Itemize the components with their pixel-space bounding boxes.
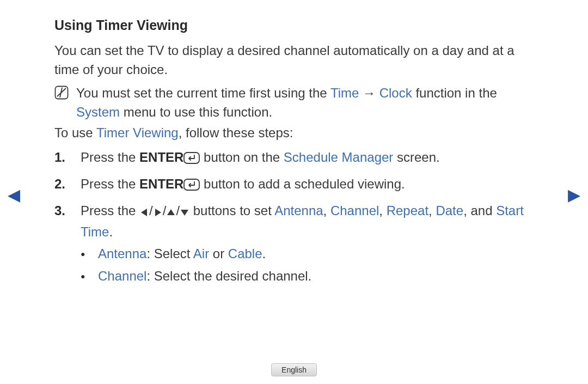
note-icon [54,86,69,105]
svg-marker-6 [155,209,161,216]
steps-list: Press the ENTER button on the Schedule M… [54,148,534,289]
left-icon [139,204,149,223]
step-2: Press the ENTER button to add a schedule… [54,175,534,196]
step-3: Press the /// buttons to set Antenna, Ch… [54,202,534,289]
note-text: You must set the current time first usin… [76,84,534,122]
svg-rect-3 [184,153,199,163]
system-link: System [76,105,120,119]
channel-link: Channel [330,203,379,218]
manual-page: Using Timer Viewing You can set the TV t… [0,0,588,289]
step-1: Press the ENTER button on the Schedule M… [54,148,534,169]
svg-marker-5 [141,209,147,216]
step3-bullets: Antenna: Select Air or Cable. Channel: S… [81,245,534,286]
time-link: Time [330,86,359,100]
svg-marker-7 [167,209,175,215]
repeat-link: Repeat [387,203,428,218]
enter-icon [183,177,200,196]
svg-rect-4 [184,179,199,190]
up-icon [166,204,176,223]
prev-page-arrow[interactable]: ◀ [8,185,20,204]
language-button[interactable]: English [271,363,317,376]
bullet-antenna: Antenna: Select Air or Cable. [81,245,534,264]
to-use-line: To use Timer Viewing, follow these steps… [54,124,534,143]
antenna-link: Antenna [274,203,323,218]
schedule-manager-link: Schedule Manager [284,150,393,164]
svg-marker-8 [181,210,188,216]
bullet-channel: Channel: Select the desired channel. [81,267,534,286]
right-icon [153,204,163,223]
direction-buttons-icon: /// [139,203,189,218]
enter-icon [183,150,200,169]
timer-viewing-link: Timer Viewing [96,125,179,140]
date-link: Date [436,203,463,218]
clock-link: Clock [379,86,412,100]
intro-text: You can set the TV to display a desired … [54,41,534,80]
note-row: You must set the current time first usin… [54,84,534,122]
page-title: Using Timer Viewing [54,15,534,35]
down-icon [180,204,189,223]
next-page-arrow[interactable]: ▶ [568,185,580,204]
